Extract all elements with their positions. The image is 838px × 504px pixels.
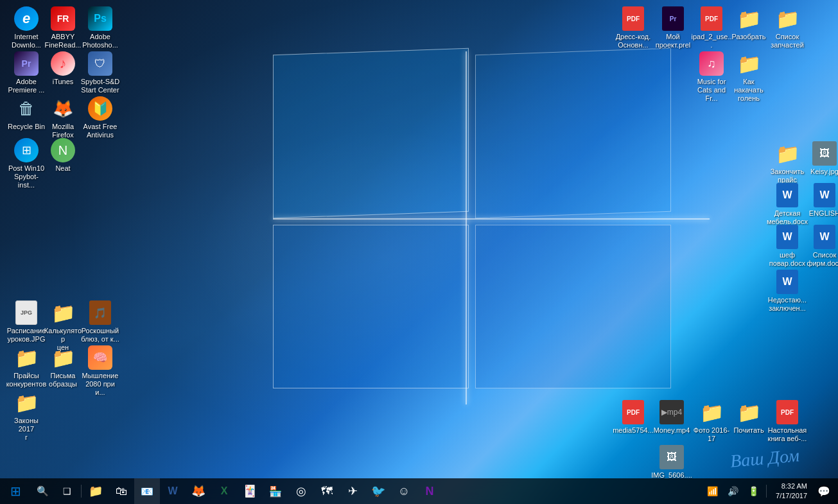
icon-photoshop[interactable]: Ps AdobePhotosho... [77, 3, 123, 52]
icon-nastolnaya[interactable]: PDF Настольнаякнига веб-... [764, 397, 810, 446]
taskbar-solitaire[interactable]: 🃏 [237, 478, 263, 504]
start-button[interactable]: ⊞ [0, 478, 31, 504]
taskbar-telegram[interactable]: ✈ [340, 478, 365, 504]
taskbar-outlook[interactable]: 📧 [134, 478, 160, 504]
tray-icon-battery[interactable]: 🔋 [744, 478, 762, 504]
taskbar-word[interactable]: W [160, 478, 186, 504]
taskbar-store2[interactable]: 🏪 [263, 478, 288, 504]
notification-button[interactable]: 💬 [815, 478, 833, 504]
taskbar-file-explorer[interactable]: 📁 [83, 478, 109, 504]
icon-kak-nakacha[interactable]: 📁 Как накачатьголень [726, 48, 772, 106]
icon-luxury[interactable]: 🎵 Роскошныйблюз, от к... [77, 297, 123, 346]
win-logo-container [273, 51, 710, 404]
clock-date: 7/17/2017 [776, 491, 807, 501]
taskbar-app1[interactable]: 🐦 [365, 478, 391, 504]
task-view-button[interactable]: ❑ [54, 478, 80, 504]
icon-nedost[interactable]: W Недостаю...заключен... [764, 266, 810, 315]
watermark: Ваш Дом [729, 445, 800, 471]
icon-spisok-firm[interactable]: W Списокфирм.docx [801, 222, 838, 270]
taskbar: ⊞ 🔍 ❑ 📁 🛍 📧 W 🦊 X 🃏 🏪 ◎ 🗺 ✈ 🐦 ☺ N 📶 🔊 🔋 [0, 478, 838, 504]
clock-time: 8:32 AM [781, 482, 807, 491]
taskbar-separator-1 [81, 485, 82, 498]
tray-icon-volume[interactable]: 🔊 [724, 478, 742, 504]
desktop: e Internet Downlo... FR ABBYYFineRead...… [0, 0, 838, 504]
taskbar-maps[interactable]: 🗺 [314, 478, 340, 504]
taskbar-clock[interactable]: 8:32 AM 7/17/2017 [771, 482, 812, 501]
taskbar-excel[interactable]: X [211, 478, 237, 504]
taskbar-app2[interactable]: ☺ [391, 478, 417, 504]
icon-spisok-zapchastey[interactable]: 📁 Списокзапчастей [764, 3, 810, 52]
taskbar-chrome[interactable]: ◎ [288, 478, 314, 504]
taskbar-sep-tray [766, 485, 767, 498]
icon-zakony[interactable]: 📁 Законы 2017г [3, 387, 49, 445]
icon-spybot[interactable]: 🛡 Spybot-S&DStart Center [77, 48, 123, 97]
icon-neat[interactable]: N Neat [40, 135, 86, 175]
taskbar-firefox[interactable]: 🦊 [186, 478, 211, 504]
search-button[interactable]: 🔍 [31, 478, 54, 504]
icon-img5606[interactable]: 🖼 IMG_5606.... [649, 442, 695, 482]
taskbar-onenote[interactable]: N [417, 478, 442, 504]
tray-icon-network[interactable]: 📶 [703, 478, 721, 504]
taskbar-store[interactable]: 🛍 [109, 478, 134, 504]
taskbar-right-section: 📶 🔊 🔋 8:32 AM 7/17/2017 💬 [703, 478, 838, 504]
icon-myshlenie[interactable]: 🧠 Мышление2080 при и... [77, 342, 123, 400]
icon-keisy[interactable]: 🖼 Keisy.jpg [801, 138, 838, 178]
icon-english[interactable]: W ENGLISH [801, 180, 838, 220]
